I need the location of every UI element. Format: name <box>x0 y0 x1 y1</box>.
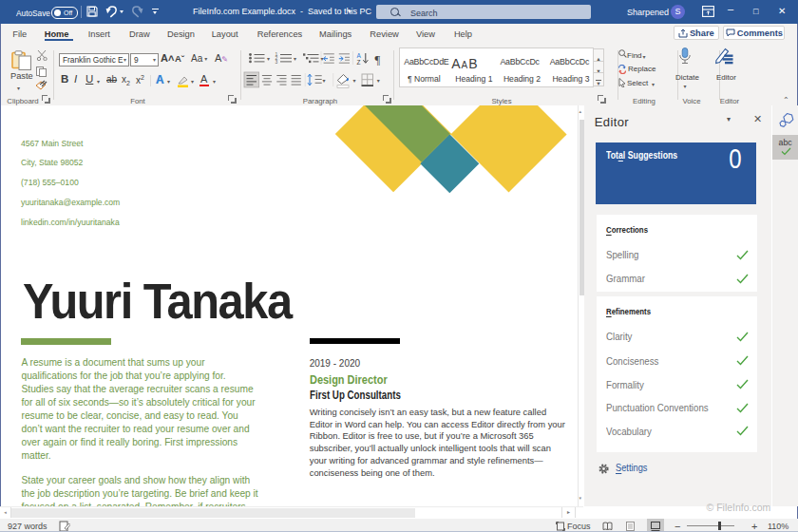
svg-text:Z: Z <box>357 59 361 66</box>
svg-text:¶: ¶ <box>375 53 381 66</box>
svg-text:3: 3 <box>276 59 278 65</box>
